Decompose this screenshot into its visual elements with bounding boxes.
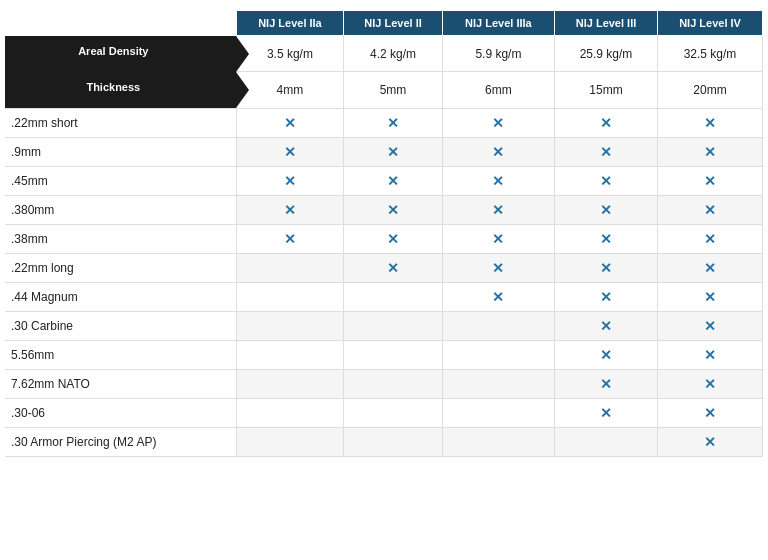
table-row: .22mm short✕✕✕✕✕ — [5, 108, 763, 137]
spec-value-1-1: 5mm — [344, 72, 443, 109]
cell-9-2 — [442, 369, 554, 398]
cell-5-2: ✕ — [442, 253, 554, 282]
spec-value-0-4: 32.5 kg/m — [658, 36, 763, 72]
cell-7-3: ✕ — [554, 311, 657, 340]
cell-10-4: ✕ — [658, 398, 763, 427]
cell-5-0 — [236, 253, 344, 282]
x-mark: ✕ — [492, 202, 504, 218]
cell-9-0 — [236, 369, 344, 398]
cell-4-3: ✕ — [554, 224, 657, 253]
col-header-iii: NIJ Level III — [554, 11, 657, 36]
table-row: 7.62mm NATO✕✕ — [5, 369, 763, 398]
cell-11-2 — [442, 427, 554, 456]
row-label: .380mm — [5, 195, 236, 224]
x-mark: ✕ — [600, 289, 612, 305]
x-mark: ✕ — [492, 289, 504, 305]
col-header-iiia: NIJ Level IIIa — [442, 11, 554, 36]
x-mark: ✕ — [704, 347, 716, 363]
row-label: 7.62mm NATO — [5, 369, 236, 398]
table-row: .22mm long✕✕✕✕ — [5, 253, 763, 282]
cell-2-4: ✕ — [658, 166, 763, 195]
comparison-table: NIJ Level IIa NIJ Level II NIJ Level III… — [5, 10, 763, 457]
cell-9-1 — [344, 369, 443, 398]
empty-header — [5, 11, 236, 36]
table-row: .9mm✕✕✕✕✕ — [5, 137, 763, 166]
row-label: .30 Carbine — [5, 311, 236, 340]
x-mark: ✕ — [284, 115, 296, 131]
cell-5-3: ✕ — [554, 253, 657, 282]
x-mark: ✕ — [284, 173, 296, 189]
table-row: .30 Armor Piercing (M2 AP)✕ — [5, 427, 763, 456]
x-mark: ✕ — [387, 115, 399, 131]
spec-value-0-1: 4.2 kg/m — [344, 36, 443, 72]
cell-7-4: ✕ — [658, 311, 763, 340]
cell-8-3: ✕ — [554, 340, 657, 369]
x-mark: ✕ — [704, 318, 716, 334]
spec-row-1: Thickness4mm5mm6mm15mm20mm — [5, 72, 763, 109]
table-row: .380mm✕✕✕✕✕ — [5, 195, 763, 224]
cell-1-0: ✕ — [236, 137, 344, 166]
table-row: 5.56mm✕✕ — [5, 340, 763, 369]
header-row: NIJ Level IIa NIJ Level II NIJ Level III… — [5, 11, 763, 36]
x-mark: ✕ — [284, 144, 296, 160]
table-row: .30 Carbine✕✕ — [5, 311, 763, 340]
cell-3-4: ✕ — [658, 195, 763, 224]
cell-10-1 — [344, 398, 443, 427]
cell-5-1: ✕ — [344, 253, 443, 282]
x-mark: ✕ — [704, 173, 716, 189]
cell-0-3: ✕ — [554, 108, 657, 137]
cell-3-0: ✕ — [236, 195, 344, 224]
col-header-iv: NIJ Level IV — [658, 11, 763, 36]
row-label: .22mm short — [5, 108, 236, 137]
x-mark: ✕ — [492, 144, 504, 160]
spec-label-0: Areal Density — [5, 36, 236, 72]
cell-0-0: ✕ — [236, 108, 344, 137]
x-mark: ✕ — [387, 202, 399, 218]
x-mark: ✕ — [600, 173, 612, 189]
x-mark: ✕ — [600, 260, 612, 276]
cell-7-1 — [344, 311, 443, 340]
cell-0-2: ✕ — [442, 108, 554, 137]
cell-4-2: ✕ — [442, 224, 554, 253]
cell-10-2 — [442, 398, 554, 427]
spec-row-0: Areal Density3.5 kg/m4.2 kg/m5.9 kg/m25.… — [5, 36, 763, 72]
cell-2-0: ✕ — [236, 166, 344, 195]
x-mark: ✕ — [600, 405, 612, 421]
cell-9-4: ✕ — [658, 369, 763, 398]
table-wrapper: NIJ Level IIa NIJ Level II NIJ Level III… — [0, 0, 768, 467]
cell-6-2: ✕ — [442, 282, 554, 311]
x-mark: ✕ — [704, 376, 716, 392]
table-row: .30-06✕✕ — [5, 398, 763, 427]
spec-value-1-2: 6mm — [442, 72, 554, 109]
spec-value-0-2: 5.9 kg/m — [442, 36, 554, 72]
spec-value-1-0: 4mm — [236, 72, 344, 109]
x-mark: ✕ — [600, 231, 612, 247]
spec-value-1-4: 20mm — [658, 72, 763, 109]
cell-11-0 — [236, 427, 344, 456]
x-mark: ✕ — [492, 260, 504, 276]
x-mark: ✕ — [387, 231, 399, 247]
x-mark: ✕ — [600, 115, 612, 131]
x-mark: ✕ — [704, 405, 716, 421]
cell-6-3: ✕ — [554, 282, 657, 311]
cell-2-3: ✕ — [554, 166, 657, 195]
col-header-iia: NIJ Level IIa — [236, 11, 344, 36]
spec-label-1: Thickness — [5, 72, 236, 109]
spec-value-0-3: 25.9 kg/m — [554, 36, 657, 72]
cell-1-2: ✕ — [442, 137, 554, 166]
x-mark: ✕ — [387, 173, 399, 189]
cell-3-1: ✕ — [344, 195, 443, 224]
cell-0-1: ✕ — [344, 108, 443, 137]
row-label: .30-06 — [5, 398, 236, 427]
cell-4-1: ✕ — [344, 224, 443, 253]
cell-1-3: ✕ — [554, 137, 657, 166]
cell-7-2 — [442, 311, 554, 340]
x-mark: ✕ — [600, 144, 612, 160]
cell-4-4: ✕ — [658, 224, 763, 253]
cell-8-1 — [344, 340, 443, 369]
cell-8-2 — [442, 340, 554, 369]
row-label: .30 Armor Piercing (M2 AP) — [5, 427, 236, 456]
cell-10-0 — [236, 398, 344, 427]
cell-6-0 — [236, 282, 344, 311]
x-mark: ✕ — [492, 231, 504, 247]
